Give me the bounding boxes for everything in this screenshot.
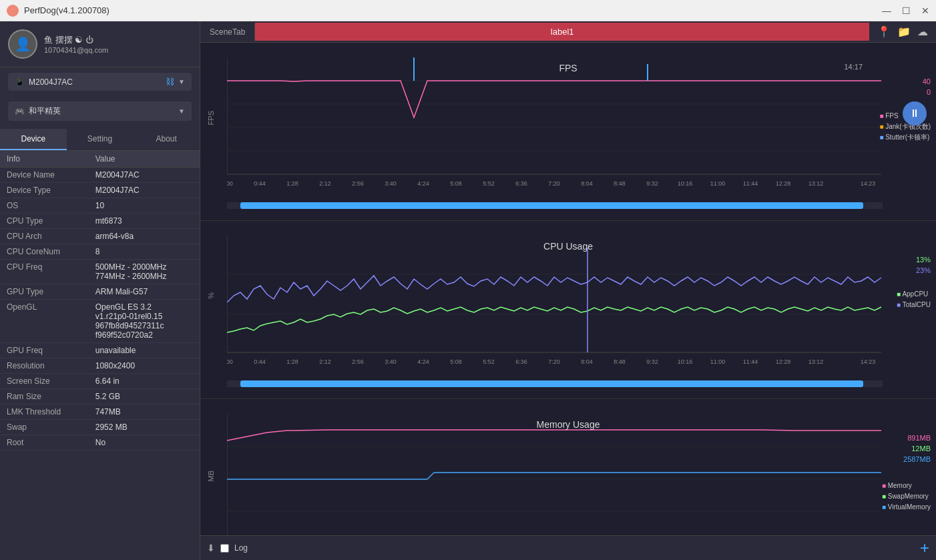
svg-text:0:44: 0:44: [254, 180, 266, 187]
info-value: 8: [89, 244, 200, 260]
device-selector[interactable]: 📱 M2004J7AC ⛓ ▼: [8, 73, 192, 91]
table-row: Device NameM2004J7AC: [0, 168, 200, 183]
tab-setting[interactable]: Setting: [67, 129, 134, 150]
sidebar: 👤 鱼 摆摆 ☯ ⏻ 10704341@qq.com 📱 M2004J7AC ⛓…: [0, 21, 200, 560]
info-value: 10: [89, 198, 200, 214]
fps-scrollbar[interactable]: [227, 202, 883, 209]
main-content: SceneTab label1 📍 📁 ☁ ⏸ FPS 14:17: [200, 21, 936, 560]
info-value: 2952 MB: [89, 420, 200, 435]
svg-text:10:16: 10:16: [678, 358, 693, 365]
charts-area: FPS 14:17 0 10 20 30 40 50: [200, 43, 936, 535]
table-row: Device TypeM2004J7AC: [0, 183, 200, 198]
app-label: 和平精英: [29, 105, 174, 117]
tab-about[interactable]: About: [133, 129, 200, 150]
location-icon[interactable]: 📍: [877, 25, 891, 38]
col-info: Info: [0, 151, 89, 168]
close-button[interactable]: ✕: [921, 5, 929, 16]
user-section: 👤 鱼 摆摆 ☯ ⏻ 10704341@qq.com: [0, 21, 200, 67]
info-value: 1080x2400: [89, 358, 200, 374]
svg-text:7:20: 7:20: [548, 358, 560, 365]
titlebar: PerfDog(v4.1.200708) — ☐ ✕: [0, 0, 936, 21]
device-dropdown-icon[interactable]: ▼: [178, 78, 185, 85]
svg-text:6:36: 6:36: [515, 358, 527, 365]
chart-time: 14:17: [844, 63, 863, 71]
svg-text:3:40: 3:40: [385, 358, 397, 365]
device-info-table: Info Value Device NameM2004J7ACDevice Ty…: [0, 151, 200, 451]
svg-text:10:16: 10:16: [678, 180, 693, 187]
table-row: GPU TypeARM Mali-G57: [0, 284, 200, 300]
scene-tab-label[interactable]: SceneTab: [200, 23, 255, 41]
minimize-button[interactable]: —: [882, 5, 891, 16]
pause-button[interactable]: ⏸: [903, 101, 927, 125]
svg-text:1:28: 1:28: [286, 180, 298, 187]
svg-text:14:23: 14:23: [861, 180, 876, 187]
svg-text:5:52: 5:52: [483, 180, 495, 187]
info-key: GPU Freq: [0, 343, 89, 358]
table-row: CPU CoreNum8: [0, 244, 200, 260]
svg-text:4:24: 4:24: [417, 358, 429, 365]
bottom-bar: ⬇ Log +: [200, 535, 936, 560]
app-selector[interactable]: 🎮 和平精英 ▼: [8, 101, 192, 121]
link-icon: ⛓: [166, 77, 174, 87]
info-value: 6.64 in: [89, 374, 200, 389]
info-value: 5.2 GB: [89, 389, 200, 404]
memory-chart: Memory Usage 0 250 500 750 1,000: [200, 414, 936, 535]
tab-device[interactable]: Device: [0, 129, 67, 150]
scene-tab-active[interactable]: label1: [255, 23, 869, 41]
cloud-icon[interactable]: ☁: [917, 25, 928, 38]
log-checkbox[interactable]: [220, 544, 229, 553]
info-value: mt6873: [89, 214, 200, 229]
add-chart-button[interactable]: +: [920, 539, 929, 557]
svg-text:0:00: 0:00: [227, 358, 233, 365]
table-row: RootNo: [0, 435, 200, 451]
table-row: Ram Size5.2 GB: [0, 389, 200, 404]
info-key: Root: [0, 435, 89, 451]
svg-text:8:48: 8:48: [614, 358, 626, 365]
app-dropdown-icon[interactable]: ▼: [178, 107, 185, 115]
table-row: Swap2952 MB: [0, 420, 200, 435]
svg-text:3:40: 3:40: [385, 180, 397, 187]
fps-y-label: FPS: [207, 111, 215, 125]
info-value: unavailable: [89, 343, 200, 358]
info-key: Ram Size: [0, 389, 89, 404]
svg-text:6:36: 6:36: [515, 180, 527, 187]
info-key: OS: [0, 198, 89, 214]
col-value: Value: [89, 151, 200, 168]
table-row: CPU Typemt6873: [0, 214, 200, 229]
window-controls[interactable]: — ☐ ✕: [882, 5, 929, 16]
svg-text:8:04: 8:04: [581, 180, 593, 187]
cpu-chart: CPU Usage 0 25 50 75: [200, 236, 936, 399]
info-value: 747MB: [89, 404, 200, 420]
svg-text:2:12: 2:12: [319, 180, 331, 187]
svg-text:13:12: 13:12: [808, 180, 824, 187]
cpu-scrollbar[interactable]: [227, 380, 883, 387]
down-arrow-button[interactable]: ⬇: [207, 543, 215, 553]
cpu-y-label: %: [207, 292, 215, 299]
svg-text:4:24: 4:24: [417, 180, 429, 187]
table-row: CPU Archarm64-v8a: [0, 229, 200, 244]
device-label: M2004J7AC: [29, 77, 162, 87]
folder-icon[interactable]: 📁: [897, 25, 911, 38]
main-layout: 👤 鱼 摆摆 ☯ ⏻ 10704341@qq.com 📱 M2004J7AC ⛓…: [0, 21, 936, 560]
app-game-icon: 🎮: [15, 107, 25, 116]
table-row: LMK Threshold747MB: [0, 404, 200, 420]
table-row: OS10: [0, 198, 200, 214]
info-value: arm64-v8a: [89, 229, 200, 244]
fps-chart: FPS 14:17 0 10 20 30 40 50: [200, 57, 936, 221]
info-value: M2004J7AC: [89, 168, 200, 183]
svg-text:11:44: 11:44: [743, 358, 758, 365]
info-value: ARM Mali-G57: [89, 284, 200, 300]
svg-text:9:32: 9:32: [646, 180, 658, 187]
svg-text:0:44: 0:44: [254, 358, 266, 365]
power-icon[interactable]: ⏻: [85, 35, 93, 45]
info-key: CPU Type: [0, 214, 89, 229]
svg-text:12:28: 12:28: [776, 180, 791, 187]
scene-tabbar: SceneTab label1 📍 📁 ☁: [200, 21, 936, 43]
user-email: 10704341@qq.com: [44, 46, 108, 54]
svg-text:14:23: 14:23: [861, 358, 876, 365]
svg-text:11:44: 11:44: [743, 180, 758, 187]
memory-y-label: MB: [207, 471, 215, 482]
maximize-button[interactable]: ☐: [902, 5, 911, 16]
avatar: 👤: [8, 29, 37, 59]
info-value: M2004J7AC: [89, 183, 200, 198]
